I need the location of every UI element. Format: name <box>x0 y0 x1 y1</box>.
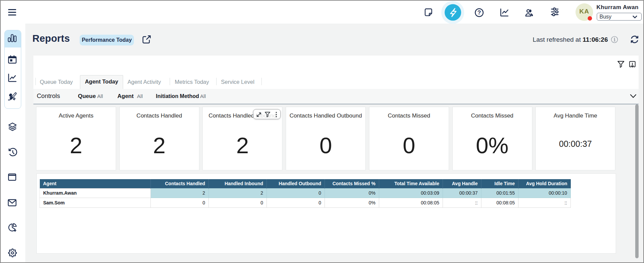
svg-text:?: ? <box>477 9 481 16</box>
